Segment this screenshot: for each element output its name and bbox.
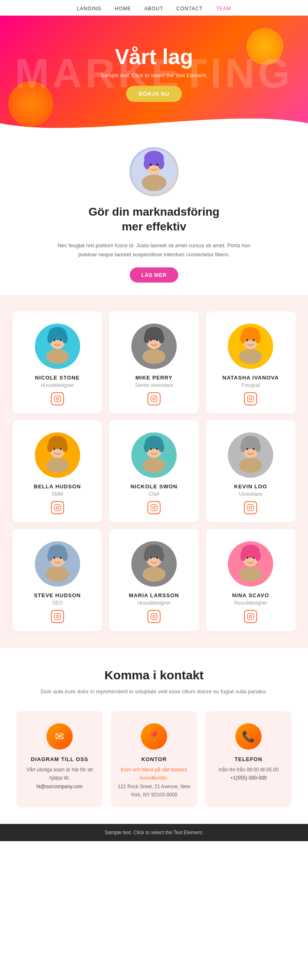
intro-read-more-button[interactable]: LÄS MER — [130, 267, 178, 283]
team-member-role: Huvuddesigner — [19, 382, 96, 388]
hero-cta-button[interactable]: BÖRJA NU — [126, 86, 182, 102]
nav-item-team[interactable]: TEAM — [216, 6, 231, 12]
instagram-icon[interactable] — [51, 501, 64, 514]
svg-point-12 — [62, 334, 68, 343]
team-member-name: NINA SCAVO — [212, 592, 289, 598]
team-member-avatar — [35, 541, 80, 587]
svg-point-40 — [252, 397, 253, 398]
svg-rect-71 — [248, 504, 254, 511]
svg-point-22 — [144, 334, 149, 343]
svg-point-100 — [255, 551, 261, 561]
nav-item-about[interactable]: ABOUT — [144, 6, 163, 12]
svg-point-73 — [252, 506, 253, 506]
instagram-icon[interactable] — [51, 610, 64, 623]
svg-point-55 — [144, 442, 149, 452]
svg-point-68 — [239, 458, 262, 473]
svg-point-51 — [59, 506, 60, 506]
svg-point-72 — [249, 506, 252, 509]
team-member-avatar — [228, 432, 273, 478]
svg-point-28 — [153, 398, 155, 400]
svg-rect-82 — [54, 613, 60, 619]
svg-point-15 — [60, 339, 62, 341]
nav-item-contact[interactable]: CONTACT — [177, 6, 203, 12]
contact-grid: ✉ DIAGRAM TILL OSS Vårt vänliga team är … — [16, 711, 292, 807]
nav-item-landing[interactable]: LANDING — [77, 6, 101, 12]
svg-point-11 — [47, 334, 53, 343]
svg-point-59 — [156, 448, 158, 450]
svg-rect-60 — [151, 504, 157, 511]
instagram-icon[interactable] — [147, 392, 161, 405]
svg-point-92 — [156, 557, 158, 559]
svg-point-39 — [249, 398, 252, 400]
team-card: NICKOLE SWON Chef — [109, 420, 199, 522]
svg-point-18 — [59, 397, 60, 398]
contact-heading: Komma i kontakt — [16, 668, 292, 682]
team-member-role: SMM — [19, 491, 96, 497]
svg-point-7 — [156, 163, 159, 166]
svg-point-70 — [253, 448, 255, 450]
team-member-name: STEVE HUDSON — [19, 592, 96, 598]
svg-point-91 — [149, 557, 152, 559]
team-section: NICOLE STONE Huvuddesigner — [0, 295, 308, 648]
svg-point-88 — [144, 551, 149, 561]
instagram-icon[interactable] — [147, 501, 161, 514]
team-card: NICOLE STONE Huvuddesigner — [12, 311, 102, 414]
svg-point-81 — [60, 557, 62, 559]
svg-point-69 — [246, 448, 248, 450]
svg-point-29 — [155, 397, 156, 398]
team-member-avatar — [131, 432, 177, 478]
svg-point-56 — [159, 442, 164, 452]
team-card: NINA SCAVO Huvuddesigner — [206, 529, 296, 631]
contact-icon-circle: 📞 — [235, 723, 262, 750]
contact-card-title: DIAGRAM TILL OSS — [23, 756, 96, 762]
team-member-name: NATASHA IVANOVA — [212, 375, 289, 381]
contact-section: Komma i kontakt Duis aute irure dolor in… — [0, 648, 308, 824]
svg-point-17 — [56, 398, 59, 400]
intro-avatar — [129, 147, 179, 196]
svg-point-103 — [253, 557, 255, 559]
svg-point-36 — [246, 339, 248, 341]
svg-point-78 — [62, 551, 68, 561]
svg-point-66 — [240, 442, 246, 452]
instagram-icon[interactable] — [244, 392, 257, 405]
svg-point-44 — [47, 442, 53, 452]
svg-rect-16 — [54, 396, 60, 402]
instagram-icon[interactable] — [147, 610, 161, 623]
team-member-role: Huvuddesigner — [115, 600, 192, 606]
footer: Sample text. Click to select the Text El… — [0, 824, 308, 841]
team-member-name: BELLA HUDSON — [19, 483, 96, 490]
svg-point-106 — [252, 614, 253, 615]
svg-point-89 — [159, 551, 164, 561]
team-card: STEVE HUDSON SEO — [12, 529, 102, 631]
contact-card-info: Kom och hälsa på vårt kontors huvudkonto… — [117, 766, 191, 799]
svg-point-57 — [143, 458, 165, 473]
team-member-name: MIKE PERRY — [115, 375, 192, 381]
blob-right-decoration — [246, 28, 283, 65]
instagram-icon[interactable] — [244, 501, 257, 514]
contact-card: 📞 TELEFON mån-fre från 08:00 till 05.00+… — [205, 711, 292, 807]
svg-point-5 — [142, 175, 166, 191]
contact-card: ✉ DIAGRAM TILL OSS Vårt vänliga team är … — [16, 711, 103, 807]
hero-section: MARKETING Vårt lag Sample text. Click to… — [0, 16, 308, 131]
contact-office-link[interactable]: Kom och hälsa på vårt kontors huvudkonto… — [121, 767, 187, 781]
contact-card-info: Vårt vänliga team är här för att hjälpa … — [23, 766, 96, 791]
svg-point-48 — [60, 448, 62, 450]
contact-subtitle: Duis aute irure dolor in reprehenderit i… — [16, 687, 292, 696]
svg-point-37 — [253, 339, 255, 341]
team-grid: NICOLE STONE Huvuddesigner — [12, 311, 296, 631]
intro-heading: Gör din marknadsföring mer effektiv — [49, 205, 259, 235]
instagram-icon[interactable] — [244, 610, 257, 623]
instagram-icon[interactable] — [51, 392, 64, 405]
team-member-role: Utvecklare — [212, 491, 289, 497]
team-card: NATASHA IVANOVA Fotograf — [206, 311, 296, 414]
svg-point-83 — [56, 615, 59, 618]
team-card: MIKE PERRY Senior utvecklare — [109, 311, 199, 414]
nav-item-home[interactable]: HOME — [115, 6, 131, 12]
svg-point-47 — [53, 448, 55, 450]
svg-point-26 — [156, 339, 158, 341]
contact-card-title: KONTOR — [117, 756, 191, 762]
contact-icon-circle: ✉ — [46, 723, 73, 750]
hero-subtitle: Sample text. Click to select the Text El… — [101, 72, 207, 78]
svg-rect-93 — [151, 613, 157, 619]
svg-point-25 — [149, 339, 152, 341]
